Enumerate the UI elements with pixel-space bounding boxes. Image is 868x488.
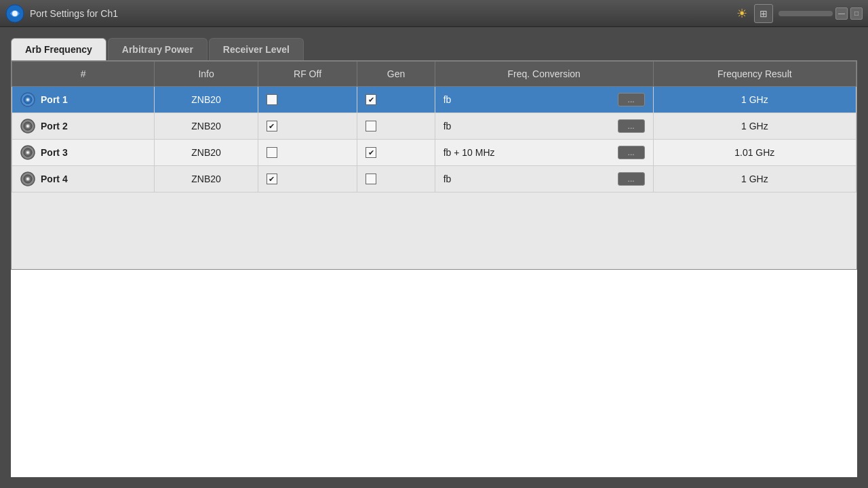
rf-off-checkbox-2[interactable]: [267, 121, 277, 131]
freq-conversion-ellipsis-button-2[interactable]: ...: [618, 119, 645, 133]
info-cell-3: ZNB20: [155, 140, 258, 166]
freq-conversion-text: fb: [443, 174, 615, 184]
maximize-button[interactable]: □: [850, 7, 863, 20]
table-header-row: # Info RF Off Gen Freq. Conversion Frequ…: [12, 62, 856, 87]
port-name: Port 1: [41, 94, 68, 105]
window-title: Port Settings for Ch1: [30, 8, 118, 19]
freq-conversion-cell-2: fb ...: [435, 113, 653, 140]
svg-point-13: [27, 152, 29, 154]
svg-point-1: [12, 11, 18, 16]
app-window: Port Settings for Ch1 ☀ ⊞ — □ Arb Freque…: [0, 0, 868, 488]
info-cell-1: ZNB20: [155, 87, 258, 113]
content-area: Arb Frequency Arbitrary Power Receiver L…: [0, 27, 868, 488]
freq-conversion-ellipsis-button-3[interactable]: ...: [618, 146, 645, 159]
table-row[interactable]: Port 3 ZNB20 fb + 10 MHz ... 1.01 GHz: [12, 140, 856, 166]
port-icon: [20, 145, 35, 160]
table-row[interactable]: Port 2 ZNB20 fb ... 1 GHz: [12, 113, 856, 140]
port-settings-table: # Info RF Off Gen Freq. Conversion Frequ…: [12, 61, 856, 192]
frequency-result-cell-1: 1 GHz: [653, 87, 856, 113]
port-icon: [20, 92, 35, 107]
port-icon: [20, 119, 35, 134]
rf-off-checkbox-3[interactable]: [267, 147, 277, 158]
grid-toggle-button[interactable]: ⊞: [754, 4, 773, 23]
rf-off-checkbox-1[interactable]: [267, 94, 277, 105]
slider-control[interactable]: [778, 11, 833, 16]
freq-conversion-ellipsis-button-4[interactable]: ...: [618, 172, 645, 186]
col-header-number: #: [12, 62, 155, 87]
port-name: Port 2: [41, 121, 68, 131]
gen-cell-2: [357, 113, 435, 140]
gen-cell-4: [357, 166, 435, 192]
rf-off-cell-1: [258, 87, 357, 113]
tab-receiver-level[interactable]: Receiver Level: [209, 38, 304, 60]
freq-conversion-text: fb: [443, 121, 615, 131]
svg-point-5: [27, 99, 29, 101]
tabs-container: Arb Frequency Arbitrary Power Receiver L…: [11, 38, 857, 60]
col-header-frequency-result: Frequency Result: [653, 62, 856, 87]
port-name: Port 4: [41, 174, 68, 184]
rf-off-cell-4: [258, 166, 357, 192]
svg-point-9: [27, 125, 29, 127]
table-row[interactable]: Port 1 ZNB20 fb ... 1 GHz: [12, 87, 856, 113]
gen-checkbox-1[interactable]: [366, 94, 376, 105]
frequency-result-cell-2: 1 GHz: [653, 113, 856, 140]
gen-checkbox-2[interactable]: [366, 121, 376, 131]
port-cell-4: Port 4: [12, 166, 155, 192]
rf-off-cell-2: [258, 113, 357, 140]
theme-toggle-button[interactable]: ☀: [732, 4, 751, 23]
frequency-result-cell-4: 1 GHz: [653, 166, 856, 192]
tab-arb-frequency[interactable]: Arb Frequency: [11, 38, 106, 60]
freq-conversion-cell-4: fb ...: [435, 166, 653, 192]
port-cell-3: Port 3: [12, 140, 155, 166]
port-cell-1: Port 1: [12, 87, 155, 113]
svg-point-17: [27, 178, 29, 180]
gen-checkbox-4[interactable]: [366, 174, 376, 184]
port-icon: [20, 171, 35, 186]
col-header-rf-off: RF Off: [258, 62, 357, 87]
minimize-button[interactable]: —: [835, 7, 848, 20]
port-name: Port 3: [41, 147, 68, 158]
tab-arbitrary-power[interactable]: Arbitrary Power: [108, 38, 208, 60]
rf-off-checkbox-4[interactable]: [267, 174, 277, 184]
gen-cell-3: [357, 140, 435, 166]
table-container: # Info RF Off Gen Freq. Conversion Frequ…: [11, 60, 857, 270]
frequency-result-cell-3: 1.01 GHz: [653, 140, 856, 166]
freq-conversion-cell-3: fb + 10 MHz ...: [435, 140, 653, 166]
freq-conversion-cell-1: fb ...: [435, 87, 653, 113]
gen-checkbox-3[interactable]: [366, 147, 376, 158]
lower-area: [11, 270, 857, 478]
app-logo: [5, 4, 24, 23]
col-header-info: Info: [155, 62, 258, 87]
col-header-gen: Gen: [357, 62, 435, 87]
freq-conversion-text: fb + 10 MHz: [443, 147, 615, 158]
info-cell-2: ZNB20: [155, 113, 258, 140]
info-cell-4: ZNB20: [155, 166, 258, 192]
freq-conversion-ellipsis-button-1[interactable]: ...: [618, 93, 645, 106]
title-bar: Port Settings for Ch1 ☀ ⊞ — □: [0, 0, 868, 27]
gen-cell-1: [357, 87, 435, 113]
rf-off-cell-3: [258, 140, 357, 166]
col-header-freq-conversion: Freq. Conversion: [435, 62, 653, 87]
table-row[interactable]: Port 4 ZNB20 fb ... 1 GHz: [12, 166, 856, 192]
port-cell-2: Port 2: [12, 113, 155, 140]
window-controls: ☀ ⊞ — □: [732, 4, 863, 23]
freq-conversion-text: fb: [443, 94, 615, 105]
